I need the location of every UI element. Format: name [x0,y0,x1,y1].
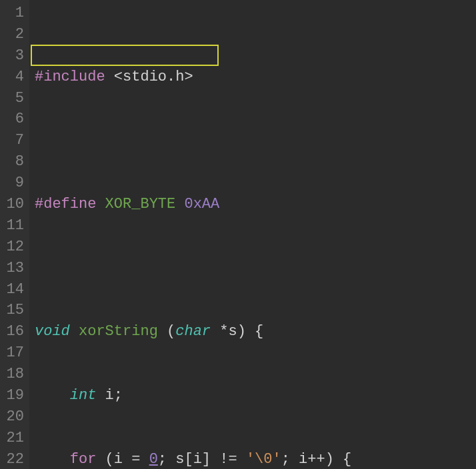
line-number: 19 [3,385,24,406]
line-number: 4 [3,67,24,88]
line-number: 20 [3,406,24,428]
line-number: 7 [3,130,24,151]
line-number: 17 [3,342,24,364]
line-number: 6 [3,109,24,130]
line-number: 22 [3,449,24,469]
code-line[interactable]: void xorString (char *s) { [35,321,439,342]
line-number: 3 [3,45,24,67]
code-line[interactable]: #define XOR_BYTE 0xAA [35,194,439,215]
code-line[interactable]: for (i = 0; s[i] != '\0'; i++) { [35,449,439,469]
line-number: 9 [3,173,24,194]
line-number: 15 [3,300,24,321]
line-number: 14 [3,279,24,300]
line-number: 10 [3,194,24,215]
line-number: 13 [3,258,24,279]
line-number-gutter: 1 2 3 4 5 6 7 8 9 10 11 12 13 14 15 16 1… [0,0,29,469]
line-number: 18 [3,364,24,385]
line-number: 8 [3,151,24,173]
line-number: 16 [3,321,24,342]
code-area[interactable]: #include <stdio.h> #define XOR_BYTE 0xAA… [29,0,439,469]
line-number: 11 [3,215,24,236]
line-number: 12 [3,236,24,258]
code-line[interactable]: int i; [35,385,439,406]
code-line[interactable] [35,258,439,279]
code-line[interactable] [35,130,439,151]
highlight-annotation [31,45,219,66]
code-editor[interactable]: 1 2 3 4 5 6 7 8 9 10 11 12 13 14 15 16 1… [0,0,476,469]
line-number: 1 [3,3,24,24]
code-line[interactable]: #include <stdio.h> [35,67,439,88]
line-number: 2 [3,24,24,45]
line-number: 5 [3,88,24,109]
line-number: 21 [3,428,24,449]
